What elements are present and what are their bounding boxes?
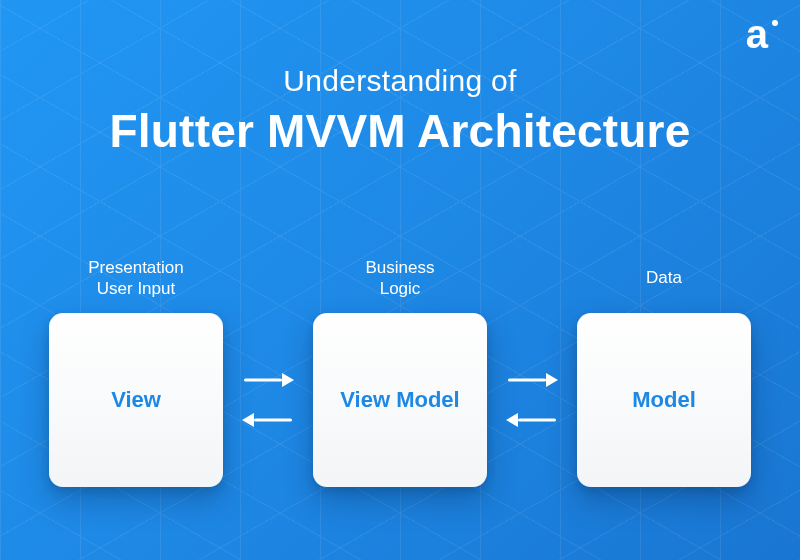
card-model: Model [577,313,751,487]
diagram-column-view: Presentation User Input View [36,255,236,487]
column-label: Data [646,255,682,301]
arrow-left-icon [244,413,292,427]
connector-viewmodel-model [500,255,564,487]
brand-logo: a [746,16,778,56]
diagram-column-model: Data Model [564,255,764,487]
card-view: View [49,313,223,487]
connector-view-viewmodel [236,255,300,487]
diagram-column-viewmodel: Business Logic View Model [300,255,500,487]
card-viewmodel: View Model [313,313,487,487]
column-label: Business Logic [366,255,435,301]
mvvm-diagram: Presentation User Input View Business Lo… [0,255,800,487]
column-label: Presentation User Input [88,255,183,301]
card-title: View Model [340,387,459,413]
brand-logo-dot-icon [772,20,778,26]
card-title: Model [632,387,696,413]
arrow-right-icon [508,373,556,387]
arrow-left-icon [508,413,556,427]
arrow-right-icon [244,373,292,387]
card-title: View [111,387,161,413]
brand-logo-glyph: a [746,14,768,54]
